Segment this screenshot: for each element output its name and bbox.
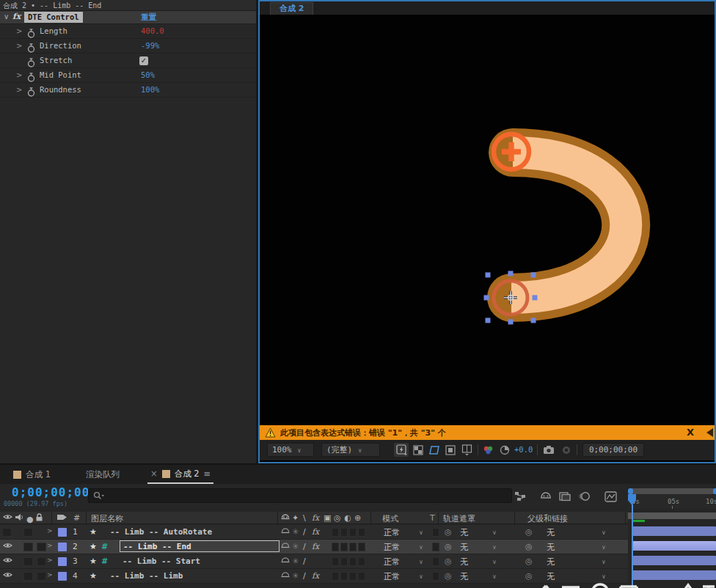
layer-name[interactable]: -- Limb -- Start xyxy=(123,556,200,566)
mask-visibility-icon[interactable] xyxy=(427,443,442,457)
video-toggle-off[interactable] xyxy=(2,528,12,537)
label-color-chip[interactable] xyxy=(58,543,67,551)
number-column-header[interactable]: # xyxy=(73,513,80,523)
switch-box[interactable] xyxy=(358,557,365,566)
label-column-icon[interactable] xyxy=(56,513,67,523)
track-matte-dropdown[interactable]: 无 xyxy=(460,542,468,553)
property-value[interactable]: -99% xyxy=(141,41,159,50)
twirl-down-icon[interactable]: ∨ xyxy=(4,12,9,21)
threed-column-icon[interactable]: ⊕ xyxy=(354,513,361,523)
audio-toggle[interactable] xyxy=(23,543,33,551)
video-toggle-eye-icon[interactable] xyxy=(3,542,12,551)
magnification-dropdown[interactable]: 100%∨ xyxy=(267,443,314,457)
layer-duration-bar-2[interactable] xyxy=(632,541,716,551)
layer-duration-bar-4[interactable] xyxy=(632,570,716,580)
property-row-stretch[interactable]: Stretch ✓ xyxy=(0,54,256,68)
transparency-grid-icon[interactable] xyxy=(411,443,425,457)
label-color-chip[interactable] xyxy=(58,557,67,566)
layer-name-edit-box[interactable]: -- Limb -- End xyxy=(120,540,280,552)
snapshot-camera-icon[interactable] xyxy=(541,443,556,457)
parent-pickwhip-icon[interactable]: ◎ xyxy=(525,556,533,566)
effect-name[interactable]: DTE Control xyxy=(24,12,83,23)
blend-mode-dropdown[interactable]: 正常 xyxy=(384,556,400,567)
twirl-right-icon[interactable]: > xyxy=(47,556,53,564)
track-matte-column-header[interactable]: 轨道遮罩 xyxy=(443,513,475,524)
video-toggle-eye-icon[interactable] xyxy=(3,556,12,566)
blend-mode-dropdown[interactable]: 正常 xyxy=(384,571,400,582)
show-snapshot-icon[interactable] xyxy=(559,443,574,457)
composition-canvas[interactable] xyxy=(260,15,715,425)
label-color-chip[interactable] xyxy=(58,572,67,581)
quality-switch-icon[interactable]: / xyxy=(303,542,306,551)
timeline-tab-render-queue[interactable]: 渲染队列 xyxy=(86,465,120,484)
resolution-dropdown[interactable]: (完整)∨ xyxy=(321,443,380,457)
timeline-tab-comp1[interactable]: 合成 1 xyxy=(13,465,51,484)
audio-toggle[interactable] xyxy=(23,557,33,566)
twirl-right-icon[interactable]: > xyxy=(47,571,53,578)
switch-box[interactable] xyxy=(340,557,348,566)
quality-switch-icon[interactable]: / xyxy=(303,571,306,581)
audio-column-icon[interactable] xyxy=(15,513,23,523)
current-time-display[interactable]: 0;00;00;00 xyxy=(12,485,90,499)
time-ruler[interactable]: 0s 05s 10s xyxy=(628,495,716,509)
preserve-transparency-box[interactable] xyxy=(432,557,439,566)
track-matte-dropdown[interactable]: 无 xyxy=(460,527,468,538)
audio-toggle[interactable] xyxy=(23,572,33,581)
switch-box[interactable] xyxy=(332,572,339,581)
twirl-right-icon[interactable]: > xyxy=(47,542,53,549)
stretch-checkbox[interactable]: ✓ xyxy=(139,56,148,65)
solo-column-icon[interactable]: ● xyxy=(26,515,34,524)
solo-toggle[interactable] xyxy=(37,543,46,551)
switch-box[interactable] xyxy=(340,543,348,551)
property-row-roundness[interactable]: > Roundness 100% xyxy=(0,83,256,98)
switch-box[interactable] xyxy=(332,543,339,551)
shy-column-icon[interactable] xyxy=(281,513,290,523)
property-value[interactable]: 400.0 xyxy=(141,26,164,35)
collapse-switch-icon[interactable]: ✳ xyxy=(292,571,299,581)
hide-shy-layers-icon[interactable] xyxy=(539,490,552,503)
blend-mode-dropdown[interactable]: 正常 xyxy=(384,542,400,553)
twirl-right-icon[interactable]: > xyxy=(47,527,53,534)
property-row-midpoint[interactable]: > Mid Point 50% xyxy=(0,68,256,83)
parent-pickwhip-icon[interactable]: ◎ xyxy=(525,542,533,551)
switch-box[interactable] xyxy=(332,557,339,566)
collapse-switch-icon[interactable]: ✳ xyxy=(292,542,299,551)
parent-dropdown[interactable]: 无 xyxy=(547,527,555,538)
collapse-switch-icon[interactable]: ✳ xyxy=(292,527,299,537)
stopwatch-icon[interactable] xyxy=(27,86,35,100)
effect-column-icon[interactable]: ▣ xyxy=(324,513,331,523)
shy-switch-icon[interactable] xyxy=(281,527,290,537)
quality-switch-icon[interactable]: / xyxy=(303,527,306,537)
close-warning-button[interactable]: X xyxy=(687,427,694,438)
layer-duration-bar-3[interactable] xyxy=(632,556,716,565)
parent-pickwhip-icon[interactable]: ◎ xyxy=(525,571,533,581)
matte-pickwhip-icon[interactable]: ◎ xyxy=(445,542,452,551)
motion-blur-column-icon[interactable]: ◎ xyxy=(334,513,341,523)
switch-box[interactable] xyxy=(358,543,365,551)
collapse-transformations-column-icon[interactable]: ✦ xyxy=(292,513,299,523)
graph-editor-icon[interactable] xyxy=(604,490,617,503)
parent-link-column-header[interactable]: 父级和链接 xyxy=(527,513,568,524)
lock-column-icon[interactable] xyxy=(35,513,43,523)
mode-column-header[interactable]: 模式 xyxy=(382,513,398,524)
panel-menu-icon[interactable]: ≡ xyxy=(204,468,211,479)
prev-error-arrow-icon[interactable] xyxy=(706,428,713,437)
switch-box[interactable] xyxy=(358,528,365,537)
twirl-right-icon[interactable]: > xyxy=(16,86,22,94)
switch-box[interactable] xyxy=(349,528,357,537)
composition-mini-flowchart-icon[interactable] xyxy=(514,490,527,503)
parent-pickwhip-icon[interactable]: ◎ xyxy=(525,527,533,537)
playhead-line[interactable] xyxy=(632,504,633,588)
effect-header-row[interactable]: ∨ fx DTE Control 重置 xyxy=(0,11,256,24)
collapse-switch-icon[interactable]: ✳ xyxy=(292,556,299,566)
matte-pickwhip-icon[interactable]: ◎ xyxy=(445,571,452,581)
track-matte-dropdown[interactable]: 无 xyxy=(460,571,468,582)
time-navigator-bar[interactable] xyxy=(628,488,716,494)
preserve-transparency-column-header[interactable]: T xyxy=(430,513,435,523)
quality-column-icon[interactable]: \ xyxy=(303,513,306,523)
video-toggle-eye-icon[interactable] xyxy=(3,571,12,581)
switch-box[interactable] xyxy=(349,557,357,566)
track-matte-dropdown[interactable]: 无 xyxy=(460,556,468,567)
switch-box[interactable] xyxy=(358,572,365,581)
switch-box[interactable] xyxy=(340,528,348,537)
